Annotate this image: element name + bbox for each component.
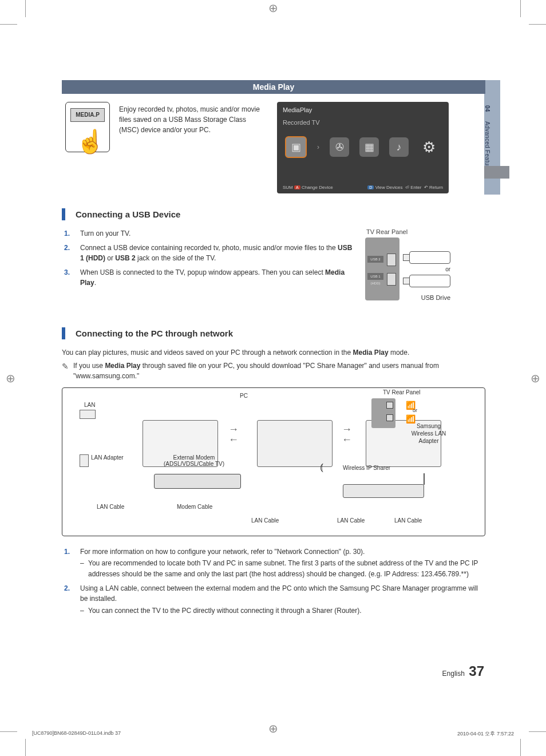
change-device-label: Change Device bbox=[302, 185, 333, 190]
wireless-sharer-label: Wireless IP Sharer bbox=[343, 465, 390, 471]
step-item: Turn on your TV. bbox=[74, 228, 354, 239]
view-devices-label: View Devices bbox=[375, 185, 403, 190]
wifi-signal-icon: ⦅ bbox=[320, 461, 323, 473]
page-number-footer: English 37 bbox=[442, 663, 484, 679]
d-button-icon: D bbox=[367, 185, 374, 189]
registration-mark-icon: ⊕ bbox=[531, 371, 540, 385]
intro-text: Enjoy recorded tv, photos, music and/or … bbox=[119, 102, 268, 193]
or-label: or bbox=[413, 407, 417, 413]
subheading-usb: Connecting a USB Device bbox=[62, 208, 485, 220]
registration-mark-icon: ⊕ bbox=[6, 371, 15, 385]
sum-label: SUM bbox=[283, 185, 293, 190]
print-timestamp: 2010-04-01 오후 7:57:22 bbox=[457, 730, 514, 738]
step-item: Using a LAN cable, connect between the e… bbox=[74, 583, 485, 616]
step-item: For more information on how to configure… bbox=[74, 547, 485, 580]
usb-port-icon bbox=[387, 254, 396, 266]
arrow-left-icon: ← bbox=[228, 434, 239, 446]
usb-diagram: TV Rear Panel USB 2 USB 1 (HDD) or USB D… bbox=[365, 228, 485, 301]
laptop-icon bbox=[257, 420, 333, 467]
lan-jack-icon bbox=[80, 410, 96, 419]
network-intro-text: You can play pictures, music and videos … bbox=[62, 347, 485, 358]
usb1-port-label: USB 1 (HDD) bbox=[367, 273, 383, 280]
mp-subtitle: Recorded TV bbox=[277, 114, 449, 126]
lan-cable-label: LAN Cable bbox=[251, 517, 279, 524]
remote-diagram: MEDIA.P ☝ bbox=[65, 102, 110, 152]
print-production-footer: [UC8790]BN68-02849D-01L04.indb 37 2010-0… bbox=[32, 730, 514, 738]
usb-port-icon bbox=[387, 273, 396, 286]
samsung-wireless-label: Samsung Wireless LAN Adapter bbox=[406, 422, 452, 445]
usb-drive-icon bbox=[409, 275, 450, 287]
subheading-network: Connecting to the PC through network bbox=[62, 327, 485, 339]
sub-bullet: You are recommended to locate both TV an… bbox=[80, 558, 485, 579]
pc-label: PC bbox=[240, 393, 248, 399]
mediaplay-screenshot: MediaPlay Recorded TV ▣ › ✇ ▦ ♪ ⚙ SUM A … bbox=[277, 102, 449, 193]
mp-title: MediaPlay bbox=[277, 102, 449, 114]
a-button-icon: A bbox=[294, 185, 300, 189]
usb-drive-icon bbox=[409, 251, 450, 264]
footer-page-number: 37 bbox=[469, 663, 484, 679]
note-icon: ✎ bbox=[62, 361, 69, 382]
lan-cable-label: LAN Cable bbox=[97, 504, 124, 510]
page-section-header: Media Play bbox=[62, 80, 485, 94]
registration-mark-icon: ⊕ bbox=[268, 1, 278, 15]
tv-rear-label: TV Rear Panel bbox=[383, 389, 421, 395]
network-steps-list: For more information on how to configure… bbox=[62, 547, 485, 616]
enter-label: Enter bbox=[410, 185, 421, 190]
tv-panel-icon bbox=[371, 398, 395, 428]
router-icon bbox=[343, 484, 424, 498]
side-tab-marker bbox=[484, 166, 509, 179]
hand-pointer-icon: ☝ bbox=[76, 130, 105, 153]
or-label: or bbox=[409, 266, 450, 272]
network-diagram: PC TV Rear Panel LAN → ← → ← 📶 bbox=[62, 387, 485, 536]
lan-cable-label: LAN Cable bbox=[337, 517, 365, 524]
music-icon: ♪ bbox=[389, 137, 409, 157]
lan-cable-label: LAN Cable bbox=[394, 517, 422, 524]
recorded-tv-icon: ▣ bbox=[285, 136, 307, 158]
print-file-name: [UC8790]BN68-02849D-01L04.indb 37 bbox=[32, 730, 121, 738]
lan-label: LAN bbox=[84, 402, 95, 408]
remote-mediap-button: MEDIA.P bbox=[70, 108, 105, 122]
settings-gear-icon: ⚙ bbox=[419, 137, 438, 157]
footer-lang: English bbox=[442, 670, 465, 678]
note-text: If you use Media Play through saved file… bbox=[73, 361, 485, 382]
external-modem-label: External Modem (ADSL/VDSL/Cable TV) bbox=[154, 454, 234, 467]
lan-adapter-label: LAN Adapter bbox=[91, 454, 124, 461]
sub-bullet: You can connect the TV to the PC directl… bbox=[80, 605, 485, 616]
tv-usb-panel: USB 2 USB 1 (HDD) bbox=[365, 238, 399, 300]
video-reel-icon: ✇ bbox=[330, 137, 349, 157]
step-item: When USB is connected to the TV, popup w… bbox=[74, 267, 354, 288]
tv-rear-label: TV Rear Panel bbox=[366, 228, 485, 235]
modem-cable-label: Modem Cable bbox=[177, 504, 212, 510]
photo-icon: ▦ bbox=[359, 137, 379, 157]
lan-adapter-icon bbox=[80, 454, 89, 467]
usb-steps-list: Turn on your TV. Connect a USB device co… bbox=[62, 228, 354, 288]
arrow-left-icon: ← bbox=[342, 434, 352, 446]
return-label: Return bbox=[429, 185, 443, 190]
usb-drive-label: USB Drive bbox=[409, 294, 450, 301]
usb2-port-label: USB 2 bbox=[367, 256, 383, 263]
modem-icon bbox=[154, 474, 241, 489]
step-item: Connect a USB device containing recorded… bbox=[74, 243, 354, 264]
